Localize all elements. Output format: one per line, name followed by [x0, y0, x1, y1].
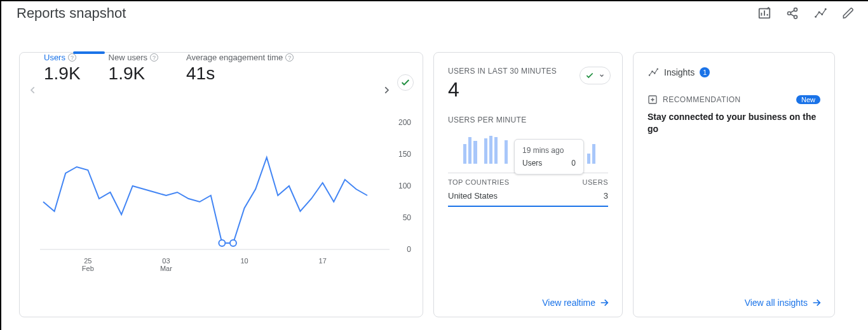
topbar-actions [757, 6, 855, 20]
link-label: View all insights [745, 298, 808, 308]
metric-label: Average engagement time [186, 53, 283, 62]
tooltip-label: Users [522, 159, 542, 168]
minute-bar[interactable] [484, 138, 487, 164]
minute-bar[interactable] [494, 137, 498, 164]
topbar: Reports snapshot [1, 1, 868, 27]
svg-point-9 [219, 240, 225, 246]
minute-bar[interactable] [468, 137, 471, 164]
metric-avg-engagement[interactable]: Average engagement time? 41s [186, 53, 294, 84]
help-icon[interactable]: ? [68, 53, 76, 62]
new-badge: New [796, 95, 820, 104]
active-tab-indicator [73, 51, 105, 54]
content: Users? 1.9K New users? 1.9K Average enga… [1, 27, 868, 325]
prev-metric-button[interactable] [29, 86, 41, 95]
svg-point-3 [794, 15, 797, 18]
insights-header: Insights 1 [648, 67, 820, 78]
country-users: 3 [604, 191, 608, 201]
metric-label: New users [109, 53, 147, 62]
minute-bar[interactable] [587, 154, 590, 164]
y-tick: 50 [403, 213, 411, 222]
metric-users[interactable]: Users? 1.9K [44, 53, 81, 84]
realtime-card: USERS IN LAST 30 MINUTES 4 USERS PER MIN… [433, 52, 623, 317]
insights-count-badge: 1 [700, 67, 710, 77]
metric-value: 1.9K [109, 63, 158, 84]
arrow-right-icon [811, 298, 822, 308]
y-tick: 100 [398, 182, 411, 190]
view-realtime-link[interactable]: View realtime [542, 298, 609, 308]
svg-point-1 [794, 8, 797, 11]
y-axis: 200 150 100 50 0 [392, 122, 411, 249]
insights-card: Insights 1 RECOMMENDATION New Stay conne… [633, 52, 835, 317]
recommendation-text: Stay connected to your business on the g… [648, 111, 820, 135]
minute-bar[interactable] [489, 136, 492, 164]
data-quality-check-dropdown[interactable] [580, 67, 611, 84]
chevron-down-icon [599, 72, 605, 79]
view-all-insights-link[interactable]: View all insights [745, 298, 822, 308]
country-name: United States [448, 191, 498, 201]
main-chart-card: Users? 1.9K New users? 1.9K Average enga… [19, 52, 423, 317]
link-label: View realtime [542, 298, 595, 308]
top-countries-label: TOP COUNTRIES [448, 178, 510, 186]
x-tick: 10 [232, 257, 257, 265]
edit-icon[interactable] [841, 6, 855, 20]
check-icon [583, 69, 596, 82]
minute-bar[interactable] [463, 144, 466, 164]
recommendation-icon [648, 95, 658, 105]
top-countries: TOP COUNTRIES USERS United States 3 [448, 173, 608, 207]
sparkline-icon [648, 67, 659, 78]
arrow-right-icon [599, 298, 609, 308]
line-chart-svg [40, 122, 390, 256]
y-tick: 200 [398, 118, 411, 127]
data-quality-check-icon[interactable] [397, 74, 414, 91]
x-tick: 17 [310, 257, 336, 265]
metric-new-users[interactable]: New users? 1.9K [109, 53, 158, 84]
metric-value: 1.9K [44, 63, 81, 84]
per-minute-label: USERS PER MINUTE [448, 116, 608, 124]
tooltip-value: 0 [571, 159, 576, 168]
insights-title: Insights [664, 67, 695, 77]
users-col-label: USERS [583, 178, 608, 186]
y-tick: 0 [407, 245, 411, 254]
tooltip-time: 19 mins ago [522, 146, 576, 155]
svg-point-2 [788, 12, 791, 15]
metric-value: 41s [186, 63, 294, 84]
share-icon[interactable] [785, 6, 799, 20]
recommendation-block[interactable]: RECOMMENDATION New Stay connected to you… [648, 95, 820, 135]
help-icon[interactable]: ? [285, 53, 294, 62]
line-chart: 200 150 100 50 0 25Feb03Mar1017 [40, 122, 411, 308]
minute-bar[interactable] [473, 141, 477, 164]
svg-point-10 [230, 240, 236, 246]
insights-icon[interactable] [813, 6, 827, 20]
country-row: United States 3 [448, 186, 608, 207]
y-tick: 150 [398, 150, 411, 159]
recommendation-label: RECOMMENDATION [663, 95, 741, 104]
page-title: Reports snapshot [17, 5, 126, 22]
minute-bar[interactable] [505, 140, 508, 164]
customize-report-icon[interactable] [757, 6, 771, 20]
metric-label: Users [44, 53, 65, 62]
bar-tooltip: 19 mins ago Users 0 [514, 139, 584, 175]
x-tick: 25Feb [75, 257, 100, 272]
x-tick: 03Mar [153, 257, 179, 272]
next-metric-button[interactable] [382, 86, 395, 95]
help-icon[interactable]: ? [150, 53, 158, 62]
metrics-row: Users? 1.9K New users? 1.9K Average enga… [20, 53, 423, 84]
minute-bar[interactable] [592, 144, 595, 164]
